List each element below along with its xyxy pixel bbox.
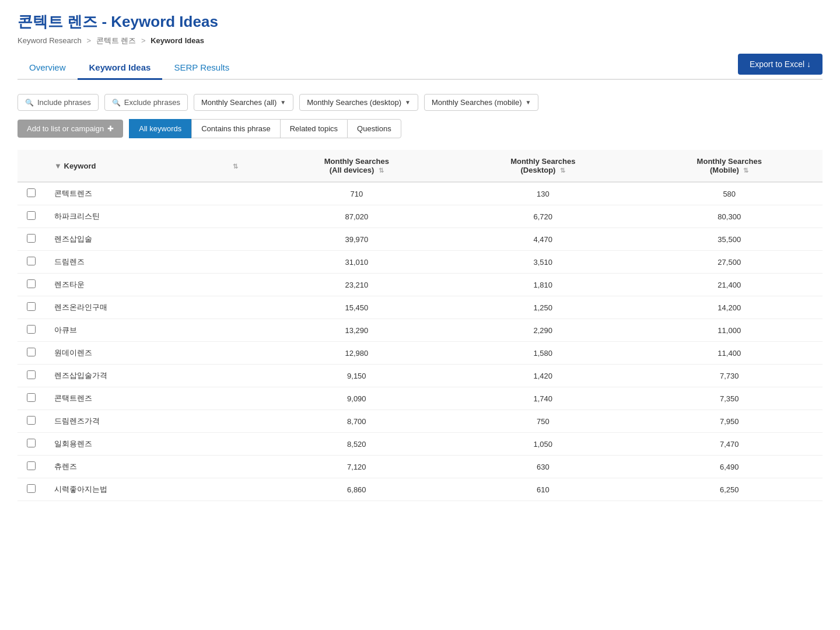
row-empty-cell: [205, 296, 263, 319]
subtab-related-topics[interactable]: Related topics: [280, 119, 347, 138]
table-row: 츄렌즈 7,120 630 6,490: [18, 456, 822, 478]
keyword-link[interactable]: 시력좋아지는법: [54, 485, 107, 494]
row-checkbox-cell: [18, 205, 45, 228]
row-checkbox[interactable]: [27, 302, 36, 311]
row-checkbox-cell: [18, 456, 45, 478]
table-row: 콘택트렌즈 9,090 1,740 7,350: [18, 387, 822, 410]
monthly-all-cell: 15,450: [264, 296, 450, 319]
sort-icon[interactable]: ⇅: [233, 163, 238, 170]
add-to-list-button[interactable]: Add to list or campaign ✚: [18, 120, 123, 138]
monthly-mobile-cell: 11,400: [636, 342, 823, 365]
row-empty-cell: [205, 456, 263, 478]
row-checkbox-cell: [18, 387, 45, 410]
plus-icon: ✚: [107, 124, 114, 133]
keyword-link[interactable]: 아큐브: [54, 326, 77, 334]
keyword-link[interactable]: 일회용렌즈: [54, 439, 92, 448]
keyword-link[interactable]: 콘텍트렌즈: [54, 189, 92, 198]
search-icon: 🔍: [25, 99, 34, 107]
monthly-mobile-cell: 7,470: [636, 433, 823, 456]
row-checkbox-cell: [18, 433, 45, 456]
keyword-cell: 드림렌즈가격: [45, 410, 205, 433]
filter-arrow-icon[interactable]: ▼: [54, 162, 62, 170]
keyword-link[interactable]: 렌즈삽입술: [54, 235, 92, 243]
row-checkbox-cell: [18, 478, 45, 501]
keyword-link[interactable]: 렌즈온라인구매: [54, 303, 107, 312]
monthly-all-cell: 8,700: [264, 410, 450, 433]
table-row: 드림렌즈 31,010 3,510 27,500: [18, 251, 822, 274]
table-row: 원데이렌즈 12,980 1,580 11,400: [18, 342, 822, 365]
export-button[interactable]: Export to Excel ↓: [738, 54, 822, 75]
exclude-phrases-filter[interactable]: 🔍 Exclude phrases: [104, 94, 188, 111]
keyword-cell: 렌즈삽입술: [45, 228, 205, 251]
keyword-link[interactable]: 콘택트렌즈: [54, 394, 92, 402]
row-checkbox[interactable]: [27, 325, 36, 334]
subtab-questions[interactable]: Questions: [347, 119, 401, 138]
subtabs-row: Add to list or campaign ✚ All keywords C…: [18, 119, 822, 138]
monthly-desktop-cell: 1,810: [450, 274, 636, 296]
monthly-desktop-cell: 750: [450, 410, 636, 433]
tab-serp-results[interactable]: SERP Results: [162, 57, 241, 80]
keyword-link[interactable]: 렌즈타운: [54, 280, 85, 289]
keyword-link[interactable]: 렌즈삽입술가격: [54, 371, 107, 380]
keyword-link[interactable]: 드림렌즈: [54, 257, 85, 266]
monthly-mobile-cell: 7,350: [636, 387, 823, 410]
keywords-table: ▼ Keyword ⇅ Monthly Searches(All devices…: [18, 150, 822, 501]
row-checkbox[interactable]: [27, 461, 36, 470]
row-checkbox-cell: [18, 274, 45, 296]
keyword-link[interactable]: 하파크리스틴: [54, 212, 100, 220]
tab-keyword-ideas[interactable]: Keyword Ideas: [78, 57, 163, 80]
table-row: 일회용렌즈 8,520 1,050 7,470: [18, 433, 822, 456]
checkbox-header: [18, 150, 45, 182]
chevron-down-icon-3: ▼: [526, 99, 531, 106]
row-checkbox[interactable]: [27, 234, 36, 243]
monthly-mobile-filter[interactable]: Monthly Searches (mobile) ▼: [424, 94, 539, 111]
row-checkbox[interactable]: [27, 348, 36, 356]
monthly-desktop-cell: 3,510: [450, 251, 636, 274]
sort-desktop-icon[interactable]: ⇅: [560, 167, 565, 174]
row-checkbox[interactable]: [27, 439, 36, 447]
sort-all-icon[interactable]: ⇅: [379, 167, 384, 174]
sort-header: ⇅: [205, 150, 263, 182]
breadcrumb-item-1[interactable]: Keyword Research: [18, 36, 82, 45]
row-checkbox[interactable]: [27, 279, 36, 288]
monthly-mobile-cell: 580: [636, 182, 823, 205]
monthly-desktop-cell: 4,470: [450, 228, 636, 251]
table-row: 렌즈삽입술가격 9,150 1,420 7,730: [18, 365, 822, 387]
keyword-link[interactable]: 츄렌즈: [54, 462, 77, 471]
chevron-down-icon-2: ▼: [405, 99, 411, 106]
subtab-contains-phrase[interactable]: Contains this phrase: [191, 119, 280, 138]
tab-overview[interactable]: Overview: [18, 57, 78, 80]
row-checkbox[interactable]: [27, 484, 36, 493]
table-row: 드림렌즈가격 8,700 750 7,950: [18, 410, 822, 433]
monthly-all-cell: 87,020: [264, 205, 450, 228]
row-empty-cell: [205, 274, 263, 296]
row-checkbox-cell: [18, 319, 45, 342]
monthly-all-cell: 9,090: [264, 387, 450, 410]
monthly-mobile-cell: 80,300: [636, 205, 823, 228]
breadcrumb-item-2[interactable]: 콘텍트 렌즈: [96, 36, 136, 45]
row-checkbox[interactable]: [27, 211, 36, 220]
keyword-link[interactable]: 드림렌즈가격: [54, 416, 100, 425]
monthly-desktop-cell: 6,720: [450, 205, 636, 228]
include-phrases-filter[interactable]: 🔍 Include phrases: [18, 94, 99, 111]
row-checkbox[interactable]: [27, 370, 36, 379]
row-checkbox-cell: [18, 296, 45, 319]
row-checkbox-cell: [18, 182, 45, 205]
row-checkbox[interactable]: [27, 416, 36, 425]
monthly-desktop-filter[interactable]: Monthly Searches (desktop) ▼: [299, 94, 418, 111]
page-title: 콘텍트 렌즈 - Keyword Ideas: [18, 12, 822, 32]
row-checkbox-cell: [18, 251, 45, 274]
monthly-mobile-label: Monthly Searches (mobile): [432, 98, 522, 107]
row-checkbox[interactable]: [27, 188, 36, 197]
monthly-all-filter[interactable]: Monthly Searches (all) ▼: [194, 94, 293, 111]
row-checkbox[interactable]: [27, 393, 36, 402]
row-empty-cell: [205, 433, 263, 456]
keyword-link[interactable]: 원데이렌즈: [54, 348, 92, 357]
sort-mobile-icon[interactable]: ⇅: [743, 167, 748, 174]
filters-row: 🔍 Include phrases 🔍 Exclude phrases Mont…: [18, 94, 822, 111]
row-checkbox[interactable]: [27, 257, 36, 265]
subtab-all-keywords[interactable]: All keywords: [129, 119, 191, 138]
keyword-cell: 츄렌즈: [45, 456, 205, 478]
row-empty-cell: [205, 342, 263, 365]
table-row: 콘텍트렌즈 710 130 580: [18, 182, 822, 205]
